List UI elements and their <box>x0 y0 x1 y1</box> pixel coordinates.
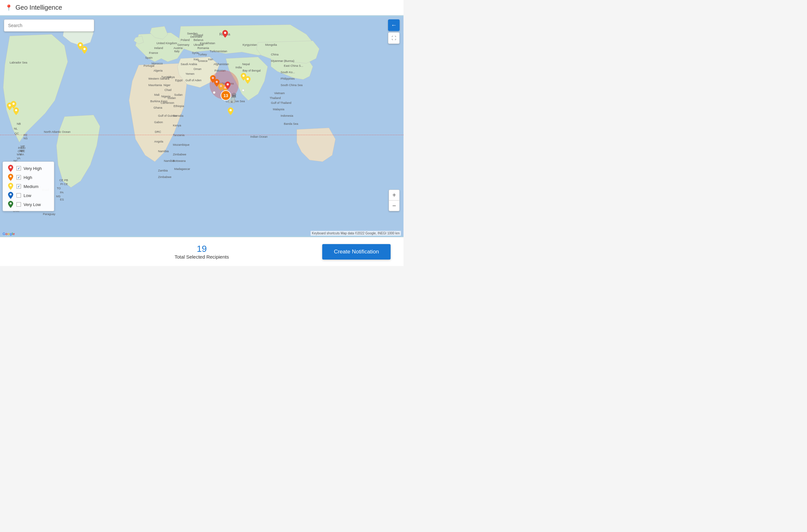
svg-text:Nepal: Nepal <box>242 62 250 66</box>
dot-marker-1 <box>213 91 215 94</box>
svg-text:Yemen: Yemen <box>186 72 194 75</box>
svg-text:Finland: Finland <box>193 34 203 37</box>
map-controls: ← ⛶ <box>388 19 400 44</box>
svg-text:Gulf of Aden: Gulf of Aden <box>186 79 202 82</box>
pin-uk-2[interactable] <box>81 46 88 54</box>
footer: 19 Total Selected Recipients Create Noti… <box>0 237 404 266</box>
svg-text:DE: DE <box>21 150 25 153</box>
svg-text:Chad: Chad <box>165 88 172 92</box>
recipients-info: 19 Total Selected Recipients <box>174 244 229 260</box>
map-background: Russia United Kingdom Ireland France Spa… <box>0 16 404 237</box>
recipients-label: Total Selected Recipients <box>174 254 229 260</box>
svg-point-118 <box>10 193 12 195</box>
svg-text:Algeria: Algeria <box>153 69 163 72</box>
svg-text:India: India <box>236 66 242 69</box>
svg-text:Gabon: Gabon <box>154 120 163 124</box>
high-checkbox[interactable] <box>16 175 21 179</box>
pin-india-south[interactable] <box>228 107 233 115</box>
svg-point-131 <box>247 78 249 80</box>
svg-text:Oman: Oman <box>193 68 202 71</box>
svg-text:Gulf of Thailand: Gulf of Thailand <box>271 101 291 104</box>
svg-text:Romania: Romania <box>198 46 209 50</box>
svg-text:PI CE: PI CE <box>60 183 68 186</box>
svg-text:Morocco: Morocco <box>152 62 163 65</box>
svg-text:TO: TO <box>57 187 61 190</box>
medium-pin <box>7 183 14 190</box>
svg-text:Angola: Angola <box>154 140 163 143</box>
svg-text:Labrador Sea: Labrador Sea <box>10 61 27 64</box>
google-logo: Google <box>3 232 15 236</box>
zoom-out-button[interactable]: − <box>389 201 399 211</box>
svg-text:CE PB: CE PB <box>59 178 68 182</box>
medium-checkbox[interactable] <box>16 184 21 189</box>
svg-text:QC: QC <box>15 132 19 135</box>
svg-text:DRC: DRC <box>155 130 161 133</box>
location-icon: 📍 <box>5 4 12 11</box>
very-high-checkbox[interactable] <box>16 166 21 171</box>
pin-india-red[interactable] <box>225 81 231 89</box>
map-wrapper[interactable]: Russia United Kingdom Ireland France Spa… <box>0 16 404 237</box>
svg-text:Cameroon: Cameroon <box>161 101 174 104</box>
svg-point-133 <box>230 109 232 111</box>
svg-text:Turkey: Turkey <box>198 53 207 56</box>
svg-text:Nigeria: Nigeria <box>161 95 171 98</box>
svg-text:Saudi Arabia: Saudi Arabia <box>181 62 197 66</box>
very-high-label: Very High <box>23 166 42 171</box>
legend-item-medium: Medium <box>7 183 49 190</box>
svg-point-124 <box>15 109 17 111</box>
pin-us-3[interactable] <box>13 107 19 115</box>
svg-text:Ireland: Ireland <box>154 46 163 50</box>
map-legend: Very High High Medium <box>3 162 54 211</box>
svg-text:NB: NB <box>17 122 21 126</box>
svg-text:Mali: Mali <box>154 93 159 96</box>
svg-text:Indian Ocean: Indian Ocean <box>250 135 268 138</box>
low-label: Low <box>23 193 31 198</box>
svg-text:Malaysia: Malaysia <box>273 108 284 111</box>
svg-text:NL: NL <box>14 127 18 130</box>
svg-text:Spain: Spain <box>145 56 153 59</box>
svg-text:Namibia: Namibia <box>164 159 174 163</box>
pin-np-2[interactable] <box>245 76 250 84</box>
very-low-checkbox[interactable] <box>16 202 21 207</box>
pin-russia[interactable] <box>222 30 228 38</box>
search-input[interactable] <box>4 19 94 32</box>
back-button[interactable]: ← <box>388 19 400 31</box>
svg-text:Kyrgyzstan: Kyrgyzstan <box>243 43 257 46</box>
medium-label: Medium <box>23 184 38 189</box>
svg-text:Belarus: Belarus <box>193 38 204 42</box>
svg-text:Zimbabwe: Zimbabwe <box>158 175 172 178</box>
svg-text:Afghanistan: Afghanistan <box>213 62 229 66</box>
svg-text:Egypt: Egypt <box>175 79 183 82</box>
svg-text:Philippines: Philippines <box>281 77 295 80</box>
svg-text:MS: MS <box>56 195 61 198</box>
svg-point-132 <box>227 83 229 86</box>
svg-text:NS: NS <box>23 137 28 140</box>
legend-item-low: Low <box>7 192 49 198</box>
low-checkbox[interactable] <box>16 193 21 198</box>
fullscreen-button[interactable]: ⛶ <box>388 32 400 44</box>
zoom-in-button[interactable]: + <box>389 190 399 200</box>
svg-point-130 <box>243 75 245 77</box>
svg-text:WV: WV <box>17 153 22 156</box>
zoom-controls: + − <box>389 190 400 211</box>
svg-text:China: China <box>271 53 279 56</box>
svg-text:Somalia: Somalia <box>173 114 184 117</box>
svg-text:Kazakhstan: Kazakhstan <box>200 42 215 45</box>
svg-text:Ethiopia: Ethiopia <box>173 104 184 108</box>
svg-text:South China Sea: South China Sea <box>281 83 303 87</box>
map-attribution: Keyboard shortcuts Map data ©2022 Google… <box>311 231 401 236</box>
recipients-count: 19 <box>174 244 229 254</box>
svg-text:Botswana: Botswana <box>173 159 186 163</box>
create-notification-button[interactable]: Create Notification <box>322 244 391 260</box>
dot-marker-2 <box>242 89 244 92</box>
svg-text:East China S...: East China S... <box>284 64 303 68</box>
legend-item-very-high: Very High <box>7 165 49 172</box>
svg-text:Sudan: Sudan <box>174 93 183 96</box>
svg-text:Banda Sea: Banda Sea <box>284 122 298 126</box>
svg-text:Zambia: Zambia <box>158 169 168 172</box>
svg-text:Ghana: Ghana <box>153 106 162 109</box>
very-high-pin <box>7 165 14 172</box>
svg-text:United Kingdom: United Kingdom <box>156 42 177 45</box>
svg-text:Iran: Iran <box>208 58 213 61</box>
svg-text:Austria: Austria <box>173 46 183 50</box>
